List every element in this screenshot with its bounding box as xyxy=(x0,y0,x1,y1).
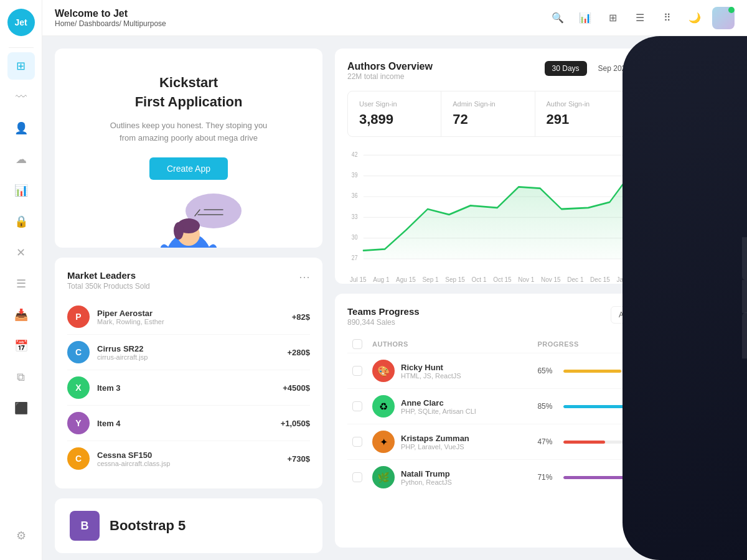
sidebar-item-analytics[interactable]: 〰 xyxy=(7,83,35,111)
bootstrap-label: Bootstrap 5 xyxy=(110,518,186,534)
user-icon: 👤 xyxy=(14,121,28,135)
svg-text:30: 30 xyxy=(352,233,358,241)
stats-button[interactable]: 📊 xyxy=(575,8,595,28)
market-item-info: Cirrus SR22 cirrus-aircraft.jsp xyxy=(97,344,287,361)
help-button[interactable]: Help xyxy=(742,280,747,313)
market-item-info: Item 3 xyxy=(97,383,283,393)
authors-subtitle: 22M total income xyxy=(347,72,433,81)
svg-point-8 xyxy=(174,222,184,240)
buy-now-button[interactable]: Buy now xyxy=(742,313,747,359)
side-action-buttons: Explore Help Buy now xyxy=(742,237,747,358)
search-button[interactable]: 🔍 xyxy=(548,8,568,28)
author-name: Ricky Hunt xyxy=(401,363,461,372)
page-title: Welcome to Jet xyxy=(55,8,548,19)
menu-button[interactable]: ☰ xyxy=(630,8,650,28)
dark-mode-button[interactable]: 🌙 xyxy=(685,8,705,28)
market-item-icon: P xyxy=(67,306,90,328)
author-cell: 🎨 Ricky Hunt HTML, JS, ReactJS xyxy=(367,353,532,389)
breadcrumb-dashboards[interactable]: Dashboards/ xyxy=(79,19,121,28)
market-item-icon: C xyxy=(67,341,90,363)
progress-bar-fill xyxy=(563,370,621,373)
layers-icon: ⧉ xyxy=(17,371,25,384)
sidebar-item-close[interactable]: ✕ xyxy=(7,239,35,266)
topbar-title-area: Welcome to Jet Home/ Dashboards/ Multipu… xyxy=(55,8,548,28)
sidebar: Jet ⊞ 〰 👤 ☁ 📊 🔒 ✕ ☰ 📥 📅 ⧉ ⬛ ⚙ xyxy=(0,0,42,560)
market-card-titles: Market Leaders Total 350k Products Sold xyxy=(67,270,150,291)
sidebar-item-inbox[interactable]: 📥 xyxy=(7,301,35,329)
main-area: Welcome to Jet Home/ Dashboards/ Multipu… xyxy=(42,0,747,560)
market-item-info: Item 4 xyxy=(97,419,281,428)
sidebar-item-list[interactable]: ☰ xyxy=(7,270,35,297)
author-info: Kristaps Zumman PHP, Laravel, VueJS xyxy=(401,434,469,450)
author-avatar: ✦ xyxy=(372,431,395,453)
market-card-subtitle: Total 350k Products Sold xyxy=(67,282,150,291)
kickstart-description: Outlines keep you honest. They stoping y… xyxy=(108,119,270,146)
teams-title: Teams Progress xyxy=(347,306,420,317)
app-logo[interactable]: Jet xyxy=(7,9,35,36)
online-indicator xyxy=(728,7,735,13)
progress-percentage: 47% xyxy=(537,437,557,446)
svg-text:33: 33 xyxy=(352,212,358,220)
market-item-sub: cessna-aircraft.class.jsp xyxy=(97,460,287,467)
svg-text:36: 36 xyxy=(352,192,358,199)
row-checkbox-cell xyxy=(347,460,367,495)
sidebar-item-user[interactable]: 👤 xyxy=(7,114,35,142)
market-item-info: Cessna SF150 cessna-aircraft.class.jsp xyxy=(97,450,287,467)
menu-icon: ☰ xyxy=(636,12,644,24)
character-illustration xyxy=(126,192,251,248)
period-tab-30days[interactable]: 30 Days xyxy=(545,61,587,76)
select-all-checkbox[interactable] xyxy=(352,339,362,349)
row-checkbox-cell xyxy=(347,424,367,460)
breadcrumb-home[interactable]: Home/ xyxy=(55,19,77,28)
create-app-button[interactable]: Create App xyxy=(149,157,228,180)
stat-author-signin: Author Sign-in 291 xyxy=(535,91,629,136)
breadcrumb: Home/ Dashboards/ Multipurpose xyxy=(55,19,548,28)
explore-button[interactable]: Explore xyxy=(742,237,747,280)
row-checkbox[interactable] xyxy=(352,401,362,411)
market-item-sub: cirrus-aircraft.jsp xyxy=(97,353,287,361)
grid-button[interactable]: ⊞ xyxy=(603,8,622,28)
author-name: Anne Clarc xyxy=(401,398,476,408)
svg-text:42: 42 xyxy=(352,150,358,157)
stat-user-signin-value: 3,899 xyxy=(359,111,430,128)
dashboard-icon: ⊞ xyxy=(16,59,26,73)
sidebar-item-chart[interactable]: 📊 xyxy=(7,177,35,204)
market-item-name: Item 3 xyxy=(97,383,283,393)
row-checkbox[interactable] xyxy=(352,366,362,376)
row-checkbox[interactable] xyxy=(352,437,362,447)
kickstart-card: Kickstart First Application Outlines kee… xyxy=(55,49,322,248)
author-cell: ♻ Anne Clarc PHP, SQLite, Artisan CLI xyxy=(367,389,532,424)
stat-admin-signin: Admin Sign-in 72 xyxy=(441,91,535,136)
apps-button[interactable]: ⠿ xyxy=(657,8,677,28)
authors-title: Authors Overview xyxy=(347,61,433,72)
progress-bar-fill xyxy=(563,441,605,444)
market-item-value: +280$ xyxy=(287,348,310,357)
market-item-value: +730$ xyxy=(287,454,310,464)
sidebar-item-calendar[interactable]: 📅 xyxy=(7,332,35,360)
row-checkbox[interactable] xyxy=(352,472,362,482)
stat-author-signin-label: Author Sign-in xyxy=(547,100,617,108)
market-item-name: Cessna SF150 xyxy=(97,450,287,460)
sidebar-item-layers[interactable]: ⧉ xyxy=(7,363,35,391)
market-more-icon[interactable]: ⋯ xyxy=(299,270,310,284)
market-item: C Cirrus SR22 cirrus-aircraft.jsp +280$ xyxy=(67,335,310,370)
author-info: Natali Trump Python, ReactJS xyxy=(401,469,452,486)
row-checkbox-cell xyxy=(347,353,367,389)
inbox-icon: 📥 xyxy=(14,308,28,322)
sidebar-item-template[interactable]: ⬛ xyxy=(7,394,35,422)
bootstrap-banner: B Bootstrap 5 xyxy=(55,498,322,553)
sidebar-item-cloud[interactable]: ☁ xyxy=(7,146,35,173)
progress-bar-fill xyxy=(563,476,626,479)
market-leaders-card: Market Leaders Total 350k Products Sold … xyxy=(55,258,322,488)
sidebar-item-dashboard[interactable]: ⊞ xyxy=(7,52,35,80)
market-item-info: Piper Aerostar Mark, Rowling, Esther xyxy=(97,309,292,325)
close-icon: ✕ xyxy=(16,246,26,259)
market-item-sub: Mark, Rowling, Esther xyxy=(97,318,292,325)
author-skills: PHP, SQLite, Artisan CLI xyxy=(401,408,476,415)
stat-admin-signin-value: 72 xyxy=(453,111,523,128)
sidebar-item-settings[interactable]: ⚙ xyxy=(7,522,35,549)
author-info: Ricky Hunt HTML, JS, ReactJS xyxy=(401,363,461,380)
sidebar-item-lock[interactable]: 🔒 xyxy=(7,208,35,235)
market-item-name: Cirrus SR22 xyxy=(97,344,287,353)
grid-icon: ⊞ xyxy=(609,12,617,24)
